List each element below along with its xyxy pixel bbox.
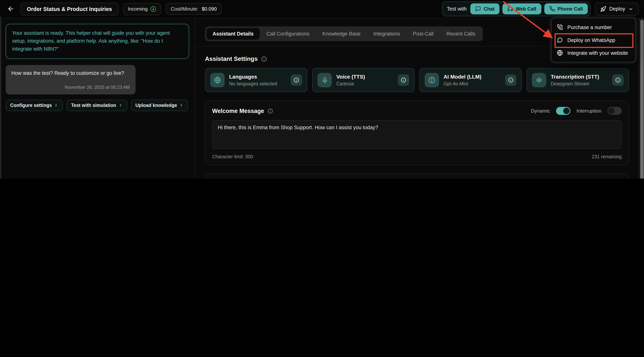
quick-actions: Configure settings Test with simulation … [6, 100, 189, 111]
ai-model-card-text: AI Model (LLM) Gpt-4o-Mini [444, 74, 500, 87]
info-icon[interactable] [505, 74, 516, 86]
voice-tts-card-text: Voice (TTS) Cartesia [336, 74, 393, 87]
back-button[interactable] [5, 4, 16, 14]
interruption-toggle-label: Interruption [576, 108, 601, 114]
welcome-message-heading: Welcome Message [212, 108, 273, 114]
tab-recent-calls[interactable]: Recent Calls [440, 28, 481, 40]
waveform-icon [532, 73, 546, 87]
char-limit-label: Character limit: 300 [212, 154, 253, 159]
configure-settings-button[interactable]: Configure settings [6, 100, 63, 111]
integrate-website-label: Integrate with your website [567, 50, 628, 56]
dynamic-toggle[interactable] [556, 107, 570, 115]
deploy-dropdown-menu: Purchase a number Deploy on WhatsApp Int… [551, 18, 636, 62]
info-icon[interactable] [612, 74, 624, 86]
info-icon[interactable] [268, 108, 273, 114]
transcription-card-text: Transcription (STT) Deepgram Stream [551, 74, 608, 87]
helper-intro-box: Your assistant is ready. This helper cha… [6, 24, 189, 59]
cost-value: $0.090 [202, 6, 217, 12]
info-icon[interactable] [398, 74, 409, 86]
tab-call-configurations[interactable]: Call Configurations [260, 28, 316, 40]
chat-message: How was the test? Ready to customize or … [6, 65, 136, 95]
chevron-right-icon [179, 103, 184, 107]
voice-tts-title: Voice (TTS) [336, 74, 393, 80]
phone-call-icon [557, 24, 563, 30]
welcome-message-panel: Welcome Message Dynamic Interruption Hi … [205, 101, 629, 165]
chat-message-text: How was the test? Ready to customize or … [11, 70, 130, 77]
top-bar-actions: Test with Chat Web Call Phone Call Deplo… [442, 2, 639, 16]
test-with-label: Test with [447, 6, 466, 12]
chars-remaining-label: 231 remaining [592, 154, 622, 159]
chat-bubble-icon [557, 37, 563, 43]
dynamic-toggle-label: Dynamic [531, 108, 550, 114]
circle-down-arrow-icon [150, 6, 156, 12]
test-chat-button[interactable]: Chat [470, 4, 500, 14]
test-web-call-label: Web Call [516, 6, 536, 12]
tab-post-call[interactable]: Post-Call [407, 28, 440, 40]
scrollbar-thumb[interactable] [640, 20, 644, 179]
interruption-toggle[interactable] [608, 107, 622, 115]
languages-card[interactable]: Languages No languages selected [205, 68, 307, 92]
welcome-message-input[interactable]: Hi there, this is Emma from Shop Support… [212, 120, 622, 149]
globe-icon [557, 50, 563, 56]
deploy-label: Deploy [609, 6, 625, 12]
languages-card-text: Languages No languages selected [229, 74, 286, 87]
chat-bubble-icon [475, 6, 481, 12]
phone-icon [549, 6, 555, 12]
test-phone-call-button[interactable]: Phone Call [544, 4, 588, 14]
ai-model-card[interactable]: AI Model (LLM) Gpt-4o-Mini [420, 68, 522, 92]
brain-icon [425, 73, 439, 87]
info-icon[interactable] [261, 56, 267, 62]
arrow-left-icon [7, 5, 14, 13]
helper-chat-sidebar: Your assistant is ready. This helper cha… [0, 18, 195, 179]
transcription-title: Transcription (STT) [551, 74, 608, 80]
voice-tts-card[interactable]: Voice (TTS) Cartesia [312, 68, 414, 92]
vertical-scrollbar[interactable] [639, 18, 644, 179]
cost-label: Cost/Minute: [171, 6, 198, 12]
deploy-whatsapp-item[interactable]: Deploy on WhatsApp [552, 34, 635, 47]
languages-subtitle: No languages selected [229, 81, 286, 87]
chevron-right-icon [118, 103, 122, 107]
cost-per-minute: Cost/Minute: $0.090 [166, 3, 222, 15]
settings-cards: Languages No languages selected Voice (T… [205, 68, 629, 92]
transcription-card[interactable]: Transcription (STT) Deepgram Stream [526, 68, 629, 92]
info-icon[interactable] [291, 74, 302, 86]
purchase-number-label: Purchase a number [567, 24, 612, 30]
direction-label: Incoming [128, 6, 148, 12]
upload-knowledge-label: Upload knowledge [135, 103, 177, 108]
globe-icon [210, 73, 224, 87]
tabs-bar: Assistant Details Call Configurations Kn… [205, 27, 483, 41]
test-simulation-label: Test with simulation [71, 103, 116, 108]
microphone-icon [318, 73, 332, 87]
deploy-button[interactable]: Deploy [595, 3, 639, 15]
app-window: Order Status & Product Inquiries Incomin… [0, 0, 644, 179]
conversational-flow-panel: Conversational Flow (Assistant's Instruc… [205, 173, 629, 179]
upload-knowledge-button[interactable]: Upload knowledge [131, 100, 188, 111]
integrate-website-item[interactable]: Integrate with your website [552, 47, 635, 59]
tab-assistant-details[interactable]: Assistant Details [206, 28, 260, 40]
test-simulation-button[interactable]: Test with simulation [67, 100, 127, 111]
ai-model-title: AI Model (LLM) [444, 74, 500, 80]
chevron-down-icon [628, 6, 634, 12]
assistant-settings-title: Assistant Settings [205, 56, 258, 62]
tab-integrations[interactable]: Integrations [367, 28, 406, 40]
top-bar: Order Status & Product Inquiries Incomin… [0, 0, 644, 18]
test-with-group: Test with Chat Web Call Phone Call [442, 2, 590, 16]
welcome-toggles: Dynamic Interruption [531, 107, 622, 115]
voice-tts-subtitle: Cartesia [336, 81, 393, 87]
tab-knowledge-base[interactable]: Knowledge Base [316, 28, 367, 40]
test-chat-label: Chat [484, 6, 494, 12]
test-web-call-button[interactable]: Web Call [502, 4, 541, 14]
deploy-whatsapp-label: Deploy on WhatsApp [567, 37, 615, 43]
configure-settings-label: Configure settings [10, 103, 52, 108]
purchase-number-item[interactable]: Purchase a number [552, 21, 635, 34]
languages-title: Languages [229, 74, 286, 80]
test-phone-call-label: Phone Call [558, 6, 583, 12]
rocket-icon [600, 6, 606, 12]
direction-selector[interactable]: Incoming [123, 3, 162, 15]
transcription-subtitle: Deepgram Stream [551, 81, 608, 87]
chat-message-timestamp: November 26, 2025 at 06:23 AM [11, 84, 130, 90]
ai-model-subtitle: Gpt-4o-Mini [444, 81, 500, 87]
assistant-title[interactable]: Order Status & Product Inquiries [20, 3, 118, 15]
welcome-message-title: Welcome Message [212, 108, 264, 114]
left-edge-divider [0, 17, 1, 179]
